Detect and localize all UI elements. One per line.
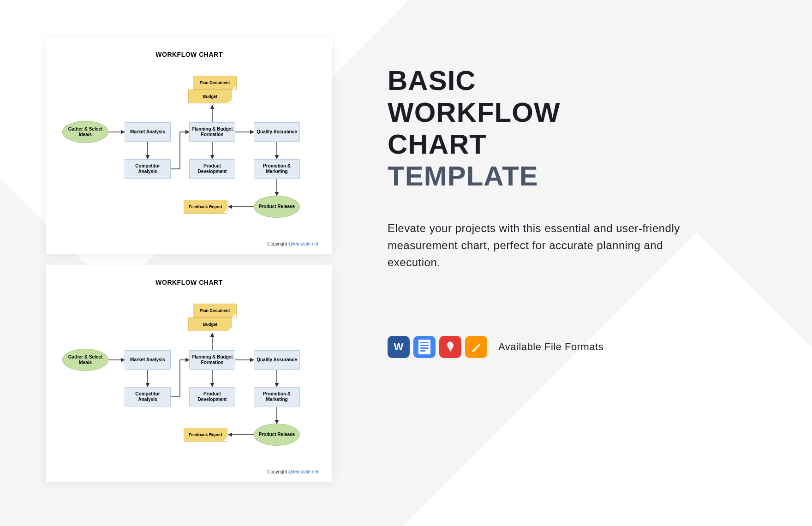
- copyright-prefix: Copyright: [267, 241, 288, 246]
- node-quality: Quality Assurance: [254, 350, 300, 370]
- workflow-chart-preview-1: WORKFLOW CHART: [46, 37, 332, 254]
- chart-title: WORKFLOW CHART: [60, 51, 318, 58]
- node-budget: Budget: [188, 317, 232, 331]
- node-competitor: Competitor Analysis: [125, 159, 171, 179]
- node-release: Product Release: [254, 196, 300, 218]
- page-container: WORKFLOW CHART: [0, 0, 812, 526]
- node-competitor: Competitor Analysis: [125, 387, 171, 406]
- title-line-2: WORKFLOW: [388, 97, 561, 128]
- copyright: Copyright @template.net: [267, 241, 318, 246]
- copyright-link[interactable]: @template.net: [288, 241, 318, 246]
- title-line-4: TEMPLATE: [388, 161, 538, 191]
- copyright-prefix: Copyright: [267, 469, 288, 474]
- workflow-chart-preview-2: WORKFLOW CHART Gather & Select Idea/s Ma…: [46, 265, 332, 482]
- google-docs-icon: [413, 336, 436, 358]
- node-gather: Gather & Select Idea/s: [62, 349, 108, 371]
- chart-title: WORKFLOW CHART: [60, 279, 318, 286]
- node-planning: Planning & Budget Formation: [189, 350, 235, 370]
- node-feedback: Feedback Report: [184, 200, 227, 214]
- title-line-1: BASIC: [388, 65, 476, 96]
- page-title: BASIC WORKFLOW CHART TEMPLATE: [388, 65, 766, 192]
- description: Elevate your projects with this essentia…: [388, 220, 701, 271]
- preview-column: WORKFLOW CHART: [46, 37, 332, 482]
- word-glyph: W: [394, 341, 404, 353]
- copyright-link[interactable]: @template.net: [288, 469, 318, 474]
- info-column: BASIC WORKFLOW CHART TEMPLATE Elevate yo…: [388, 37, 766, 358]
- pages-icon: [465, 336, 487, 358]
- node-planning: Planning & Budget Formation: [189, 122, 235, 142]
- chart-canvas: Gather & Select Idea/s Market Analysis C…: [60, 67, 318, 233]
- node-promotion: Promotion & Marketing: [254, 387, 300, 406]
- node-product-dev: Product Development: [189, 387, 235, 406]
- pdf-icon: [439, 336, 461, 358]
- node-feedback: Feedback Report: [184, 428, 227, 442]
- node-gather: Gather & Select Idea/s: [62, 121, 108, 143]
- node-market: Market Analysis: [125, 350, 171, 370]
- node-product-dev: Product Development: [189, 159, 235, 179]
- node-budget: Budget: [188, 90, 232, 103]
- node-plan-doc: Plan Document: [193, 304, 237, 317]
- node-market: Market Analysis: [125, 122, 171, 142]
- title-line-3: CHART: [388, 129, 487, 160]
- file-formats-row: W Available File Formats: [388, 336, 766, 358]
- node-release: Product Release: [254, 424, 300, 446]
- format-icons: W: [388, 336, 487, 358]
- copyright: Copyright @template.net: [267, 469, 318, 474]
- formats-label: Available File Formats: [498, 341, 603, 353]
- node-promotion: Promotion & Marketing: [254, 159, 300, 179]
- node-quality: Quality Assurance: [254, 122, 300, 142]
- word-icon: W: [388, 336, 410, 358]
- chart-canvas: Gather & Select Idea/s Market Analysis C…: [60, 295, 318, 461]
- node-plan-doc: Plan Document: [193, 76, 237, 90]
